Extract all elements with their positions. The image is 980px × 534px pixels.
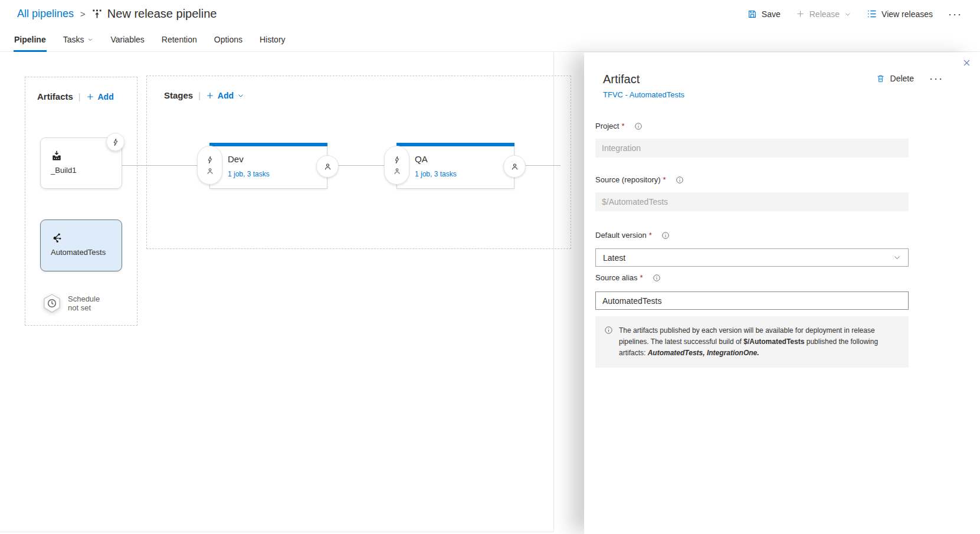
view-releases-button[interactable]: View releases: [867, 9, 933, 19]
breadcrumb-separator: >: [80, 9, 86, 19]
artifact-card-build1[interactable]: _Build1: [40, 137, 122, 189]
top-header: All pipelines > New release pipeline Sav…: [0, 0, 980, 28]
stage-name: QA: [415, 154, 514, 164]
artifact-properties-panel: Artifact TFVC - AutomatedTests Delete ··…: [584, 53, 980, 534]
tab-bar: Pipeline Tasks Variables Retention Optio…: [0, 28, 980, 52]
connector-dev-to-qa: [337, 165, 385, 166]
tab-retention[interactable]: Retention: [161, 28, 198, 51]
close-panel-button[interactable]: [961, 57, 972, 68]
chevron-down-icon: [237, 92, 244, 99]
panel-more-button[interactable]: ···: [929, 76, 943, 81]
tab-history[interactable]: History: [259, 28, 286, 51]
schedule-button[interactable]: Schedule not set: [42, 293, 100, 313]
page-title-wrap: New release pipeline: [92, 7, 217, 21]
page-title: New release pipeline: [107, 7, 217, 21]
tab-options[interactable]: Options: [214, 28, 243, 51]
person-icon: [323, 162, 332, 171]
stage-name: Dev: [228, 154, 327, 164]
info-icon: [604, 326, 613, 359]
source-alias-input[interactable]: [595, 291, 909, 310]
list-icon: [867, 9, 877, 19]
default-version-dropdown[interactable]: Latest: [595, 248, 909, 267]
project-field-label: Project *: [595, 122, 909, 130]
save-icon: [748, 9, 757, 19]
plus-icon: [86, 93, 94, 101]
delete-label: Delete: [890, 74, 914, 83]
stage-top-bar: [209, 143, 327, 146]
breadcrumb: All pipelines > New release pipeline: [17, 7, 217, 21]
tfvc-artifact-icon: [51, 232, 122, 244]
schedule-label: Schedule not set: [68, 294, 100, 312]
save-button[interactable]: Save: [748, 9, 781, 19]
project-input: Integration: [595, 139, 909, 158]
source-repository-input: $/AutomatedTests: [595, 192, 909, 211]
default-version-field-label: Default version *: [595, 231, 909, 240]
info-icon[interactable]: [653, 274, 661, 282]
artifact-form: Project * Integration Source (repository…: [584, 122, 909, 368]
person-icon: [510, 162, 519, 171]
release-pipeline-editor: { "header": { "breadcrumb": "All pipelin…: [0, 0, 980, 534]
close-icon: [962, 58, 971, 67]
tab-variables[interactable]: Variables: [110, 28, 145, 51]
person-icon: [206, 167, 214, 175]
breadcrumb-all-pipelines-link[interactable]: All pipelines: [17, 8, 74, 20]
artifacts-panel-header: Artifacts | Add: [37, 91, 114, 101]
pre-deployment-conditions-button[interactable]: [384, 146, 409, 185]
pre-deployment-conditions-button[interactable]: [197, 146, 222, 185]
stage-card-dev[interactable]: Dev 1 job, 3 tasks: [209, 143, 327, 189]
artifact-name: _Build1: [51, 166, 122, 175]
artifact-info-note: The artifacts published by each version …: [595, 316, 909, 368]
info-note-text: The artifacts published by each version …: [619, 325, 896, 359]
post-deployment-conditions-button[interactable]: [503, 155, 526, 178]
tab-tasks[interactable]: Tasks: [63, 28, 94, 51]
stage-top-bar: [396, 143, 514, 146]
source-alias-field-label: Source alias *: [595, 273, 909, 282]
chevron-down-icon: [87, 37, 93, 42]
add-artifact-button[interactable]: Add: [86, 92, 114, 101]
stage-jobs-tasks-link[interactable]: 1 job, 3 tasks: [415, 170, 457, 178]
continuous-deployment-trigger-button[interactable]: [106, 133, 124, 151]
pipeline-canvas: Artifacts | Add Stages | Add: [0, 53, 980, 534]
info-icon[interactable]: [676, 176, 684, 184]
source-repository-field-label: Source (repository) *: [595, 175, 909, 184]
info-icon[interactable]: [634, 122, 643, 130]
trash-icon: [876, 74, 885, 83]
info-icon[interactable]: [661, 231, 670, 240]
release-pipeline-icon: [92, 9, 102, 19]
plus-icon: [796, 9, 805, 18]
connector-build1-to-dev: [122, 165, 199, 166]
header-actions: Save Release View releases ···: [748, 9, 962, 19]
artifact-card-automatedtests[interactable]: AutomatedTests: [40, 220, 122, 271]
artifact-name: AutomatedTests: [51, 248, 122, 257]
artifacts-title: Artifacts: [37, 91, 73, 101]
stage-card-qa[interactable]: QA 1 job, 3 tasks: [396, 143, 514, 189]
view-releases-label: View releases: [881, 9, 933, 19]
lightning-icon: [393, 156, 401, 164]
delete-artifact-button[interactable]: Delete: [876, 74, 914, 83]
build-artifact-icon: [51, 150, 122, 162]
panel-actions: Delete ···: [876, 74, 943, 83]
divider: |: [78, 92, 81, 101]
artifact-source-link[interactable]: TFVC - AutomatedTests: [603, 90, 684, 99]
stage-jobs-tasks-link[interactable]: 1 job, 3 tasks: [228, 170, 270, 178]
divider: |: [198, 91, 201, 100]
chevron-down-icon: [844, 11, 851, 18]
lightning-icon: [112, 138, 120, 146]
add-stage-button[interactable]: Add: [206, 91, 244, 100]
person-icon: [393, 167, 401, 175]
plus-icon: [206, 91, 214, 100]
chevron-down-icon: [893, 254, 901, 261]
save-label: Save: [762, 9, 781, 19]
post-deployment-conditions-button[interactable]: [316, 155, 339, 178]
more-actions-button[interactable]: ···: [948, 11, 962, 17]
connector-qa-out: [525, 165, 561, 166]
canvas-bottom-edge: [0, 532, 553, 532]
tab-pipeline[interactable]: Pipeline: [14, 28, 47, 51]
artifacts-panel: Artifacts | Add: [25, 77, 137, 326]
stages-title: Stages: [164, 90, 193, 100]
release-button[interactable]: Release: [796, 9, 851, 19]
stages-panel-header: Stages | Add: [164, 90, 244, 100]
lightning-icon: [206, 156, 214, 164]
schedule-clock-icon: [42, 293, 62, 313]
release-label: Release: [809, 9, 840, 19]
